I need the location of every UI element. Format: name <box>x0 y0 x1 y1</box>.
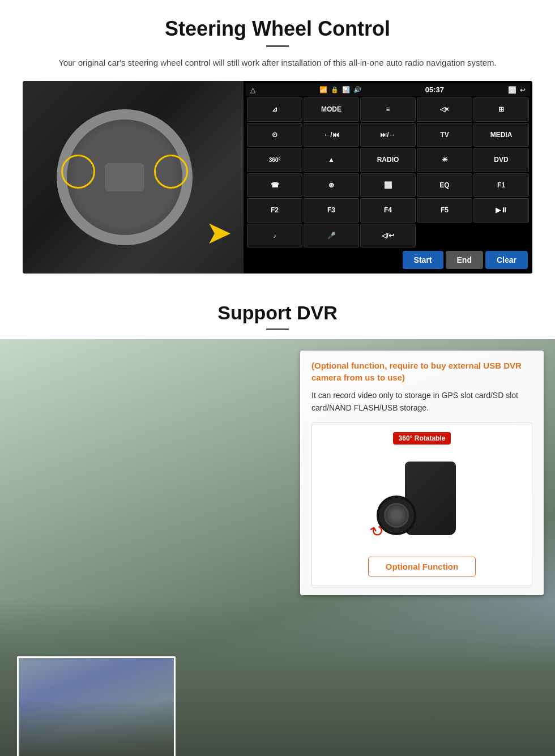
steering-wheel-image <box>23 81 244 274</box>
ui-bottom-row: Start End Clear <box>246 249 530 271</box>
ui-btn-eq[interactable]: EQ <box>417 173 472 198</box>
ui-btn-f4[interactable]: F4 <box>360 198 416 223</box>
dvr-inset-road <box>19 700 174 756</box>
ui-btn-cam360[interactable]: 360° <box>247 148 302 172</box>
ui-btn-next[interactable]: ⏭/→ <box>360 123 416 147</box>
ui-btn-screen[interactable]: ⬜ <box>360 173 416 198</box>
window-icon: ⬜ <box>508 86 516 94</box>
ui-button-grid: ⊿ MODE ≡ ◁× ⊞ ⊙ ←/⏮ ⏭/→ TV MEDIA 360° ▲ … <box>246 96 530 249</box>
clock-display: 05:37 <box>425 86 444 94</box>
car-ui-panel: △ 📶 🔒 📊 🔊 05:37 ⬜ ↩ ⊿ MODE ≡ ◁× <box>244 81 532 274</box>
section2-title-divider <box>266 328 289 330</box>
status-icons: 📶 🔒 📊 🔊 <box>319 86 361 93</box>
dvr-description: It can record video only to storage in G… <box>311 389 532 415</box>
ui-btn-tv[interactable]: TV <box>417 123 472 147</box>
right-status-icons: ⬜ ↩ <box>508 86 526 94</box>
ui-btn-music[interactable]: ♪ <box>247 224 302 248</box>
ui-btn-f5[interactable]: F5 <box>417 198 472 223</box>
ui-btn-dvd[interactable]: DVD <box>473 148 529 172</box>
section1-description: Your original car's steering wheel contr… <box>45 56 510 70</box>
ui-btn-brightness[interactable]: ☀ <box>417 148 472 172</box>
dvr-info-card: (Optional function, require to buy exter… <box>300 351 544 595</box>
ui-btn-eject[interactable]: ▲ <box>304 148 359 172</box>
back-icon: ↩ <box>520 86 526 94</box>
lock-icon: 🔒 <box>331 86 339 93</box>
section2-header: Support DVR <box>0 285 555 339</box>
ui-btn-f1[interactable]: F1 <box>473 173 529 198</box>
section2-title: Support DVR <box>23 302 532 324</box>
wifi-icon: 📶 <box>319 86 327 93</box>
dvr-inset-image <box>17 656 176 756</box>
dvr-composite: (Optional function, require to buy exter… <box>0 339 555 756</box>
camera-lens-inner <box>384 503 409 528</box>
ui-btn-f3[interactable]: F3 <box>304 198 359 223</box>
title-divider <box>266 45 289 47</box>
ui-status-bar: △ 📶 🔒 📊 🔊 05:37 ⬜ ↩ <box>246 83 530 96</box>
steering-wheel <box>51 104 198 251</box>
wheel-circle-left <box>61 155 95 189</box>
section-dvr: Support DVR (Optional function, require … <box>0 285 555 756</box>
ui-btn-dots[interactable]: ⊞ <box>473 97 529 122</box>
camera-box: 360° Rotatable ↻ Optional Function <box>311 422 532 586</box>
section1-title: Steering Wheel Control <box>23 17 532 41</box>
ui-btn-media[interactable]: MEDIA <box>473 123 529 147</box>
ui-btn-radio[interactable]: RADIO <box>360 148 416 172</box>
yellow-arrow-indicator <box>187 217 232 251</box>
ui-btn-mic[interactable]: 🎤 <box>304 224 359 248</box>
ui-btn-settings[interactable]: ⊙ <box>247 123 302 147</box>
home-icon: △ <box>250 86 255 94</box>
optional-function-text: (Optional function, require to buy exter… <box>311 360 532 383</box>
section-steering-wheel: Steering Wheel Control Your original car… <box>0 0 555 285</box>
ui-btn-menu[interactable]: ≡ <box>360 97 416 122</box>
wheel-center <box>105 163 144 191</box>
steering-composite: △ 📶 🔒 📊 🔊 05:37 ⬜ ↩ ⊿ MODE ≡ ◁× <box>23 81 532 274</box>
ui-btn-mute[interactable]: ◁× <box>417 97 472 122</box>
ui-btn-playpause[interactable]: ▶⏸ <box>473 198 529 223</box>
ui-btn-phone[interactable]: ☎ <box>247 173 302 198</box>
optional-function-button[interactable]: Optional Function <box>368 557 476 576</box>
wheel-circle-right <box>154 155 188 189</box>
ui-btn-f2[interactable]: F2 <box>247 198 302 223</box>
bt-icon: 🔊 <box>353 86 361 93</box>
camera-illustration: ↻ <box>365 450 479 552</box>
ui-btn-web[interactable]: ⊛ <box>304 173 359 198</box>
ui-btn-mode[interactable]: MODE <box>304 97 359 122</box>
clear-button[interactable]: Clear <box>485 251 528 269</box>
ui-btn-nav[interactable]: ⊿ <box>247 97 302 122</box>
ui-btn-volmute[interactable]: ◁/↩ <box>360 224 416 248</box>
signal-icon: 📊 <box>342 86 350 93</box>
ui-btn-prev[interactable]: ←/⏮ <box>304 123 359 147</box>
badge-360: 360° Rotatable <box>393 432 451 445</box>
start-button[interactable]: Start <box>403 251 443 269</box>
end-button[interactable]: End <box>446 251 483 269</box>
